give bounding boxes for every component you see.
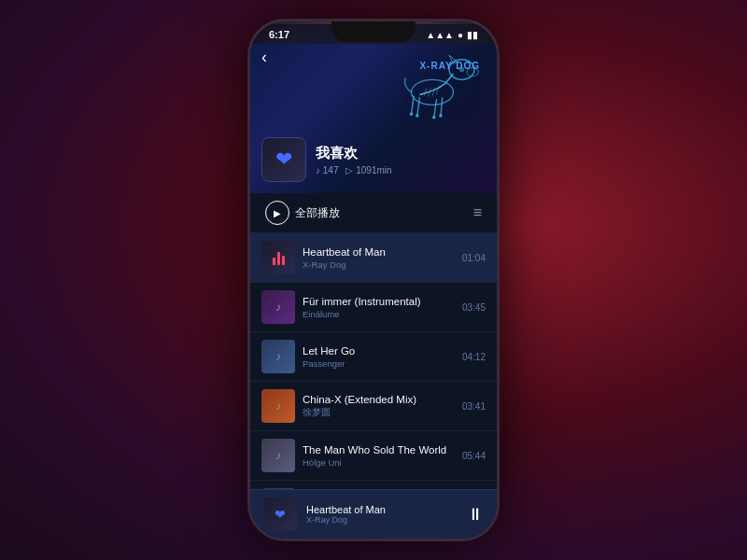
play-all-button[interactable]: ▶ 全部播放 — [265, 201, 340, 225]
status-icons: ▲▲▲ ● ▮▮ — [426, 30, 478, 40]
song-artist: 徐梦圆 — [303, 407, 455, 419]
back-button[interactable]: ‹ — [261, 48, 267, 67]
duration: ▷ 1091min — [345, 165, 391, 175]
song-duration: 03:45 — [462, 302, 486, 313]
song-item[interactable]: Heartbeat of Man X-Ray Dog 01:04 — [250, 233, 497, 283]
svg-line-8 — [424, 88, 427, 96]
playing-indicator — [273, 250, 285, 265]
sort-icon[interactable]: ≡ — [473, 204, 482, 221]
song-thumb: ♪ — [261, 290, 295, 324]
song-details: China-X (Extended Mix) 徐梦圆 — [303, 394, 455, 419]
phone-frame: 6:17 ▲▲▲ ● ▮▮ — [247, 19, 500, 541]
svg-line-6 — [432, 87, 435, 96]
song-thumb — [261, 241, 295, 274]
battery-icon: ▮▮ — [467, 30, 478, 40]
thumb-icon: ♪ — [275, 350, 281, 363]
svg-line-9 — [441, 97, 443, 116]
song-duration: 03:41 — [462, 401, 486, 412]
svg-point-15 — [416, 114, 419, 118]
album-text: 我喜欢 ♪ 147 ▷ 1091min — [316, 145, 392, 175]
play-all-label: 全部播放 — [295, 205, 340, 221]
svg-point-4 — [412, 79, 454, 105]
song-item[interactable]: ♪ ありがとう 大橋卓弥 05:03 — [250, 481, 497, 489]
play-circle-icon: ▶ — [265, 201, 289, 225]
bar1 — [273, 258, 275, 265]
np-song-artist: X-Ray Dog — [306, 515, 458, 525]
song-thumb: ♪ — [261, 340, 295, 373]
song-details: Let Her Go Passenger — [303, 345, 455, 369]
phone-content: 6:17 ▲▲▲ ● ▮▮ — [250, 21, 497, 539]
song-details: Für immer (Instrumental) Einálume — [303, 296, 455, 319]
now-playing-bar: ❤ Heartbeat of Man X-Ray Dog ⏸ — [250, 489, 497, 539]
song-item[interactable]: ♪ Let Her Go Passenger 04:12 — [250, 332, 497, 382]
svg-point-16 — [410, 112, 414, 116]
svg-point-13 — [439, 114, 443, 118]
song-title: Heartbeat of Man — [303, 246, 455, 258]
signal-icon: ▲▲▲ — [426, 30, 454, 40]
thumb-icon: ♪ — [275, 399, 281, 413]
pause-button[interactable]: ⏸ — [467, 505, 484, 525]
song-item[interactable]: ♪ The Man Who Sold The World Hólge Uni 0… — [250, 431, 497, 481]
album-header: ‹ X-RAY DOG ❤ 我喜欢 ♪ 147 ▷ 1091min — [250, 44, 497, 193]
song-title: Let Her Go — [303, 345, 455, 357]
song-artist: Hólge Uni — [303, 457, 455, 468]
song-duration: 01:04 — [462, 253, 486, 263]
song-thumb: ♪ — [261, 389, 295, 423]
svg-line-10 — [434, 99, 437, 118]
xray-label: X-RAY DOG — [419, 61, 480, 71]
bar3 — [282, 256, 285, 265]
album-title: 我喜欢 — [316, 145, 392, 162]
notch — [331, 21, 416, 42]
song-artist: Einálume — [303, 309, 455, 319]
song-item[interactable]: ♪ China-X (Extended Mix) 徐梦圆 03:41 — [250, 382, 497, 431]
song-artist: X-Ray Dog — [303, 259, 455, 270]
thumb-icon: ♪ — [275, 301, 281, 314]
song-count: ♪ 147 — [316, 165, 338, 175]
svg-line-5 — [437, 86, 440, 95]
album-info: ❤ 我喜欢 ♪ 147 ▷ 1091min — [261, 137, 392, 182]
song-artist: Passenger — [303, 358, 455, 369]
song-thumb: ♪ — [261, 439, 295, 472]
svg-line-11 — [417, 97, 420, 116]
now-playing-title: Heartbeat of Man X-Ray Dog — [306, 504, 458, 525]
song-list: Heartbeat of Man X-Ray Dog 01:04 ♪ Für i… — [250, 233, 497, 489]
song-details: The Man Who Sold The World Hólge Uni — [303, 444, 455, 468]
now-playing-thumb: ❤ — [263, 497, 297, 531]
song-title: China-X (Extended Mix) — [303, 394, 455, 405]
song-title: The Man Who Sold The World — [303, 444, 455, 455]
album-art: ❤ — [261, 137, 306, 182]
thumb-icon: ♪ — [275, 449, 281, 462]
song-item[interactable]: ♪ Für immer (Instrumental) Einálume 03:4… — [250, 283, 497, 332]
song-details: Heartbeat of Man X-Ray Dog — [303, 246, 455, 270]
status-time: 6:17 — [269, 29, 289, 40]
np-song-title: Heartbeat of Man — [306, 504, 458, 515]
bar2 — [277, 252, 280, 265]
wifi-icon: ● — [458, 30, 463, 40]
song-duration: 04:12 — [462, 352, 486, 362]
svg-line-12 — [412, 95, 415, 114]
song-title: Für immer (Instrumental) — [303, 296, 455, 307]
song-duration: 05:44 — [462, 451, 486, 461]
controls-bar: ▶ 全部播放 ≡ — [250, 193, 497, 233]
svg-point-14 — [432, 116, 436, 119]
album-meta: ♪ 147 ▷ 1091min — [316, 165, 392, 175]
